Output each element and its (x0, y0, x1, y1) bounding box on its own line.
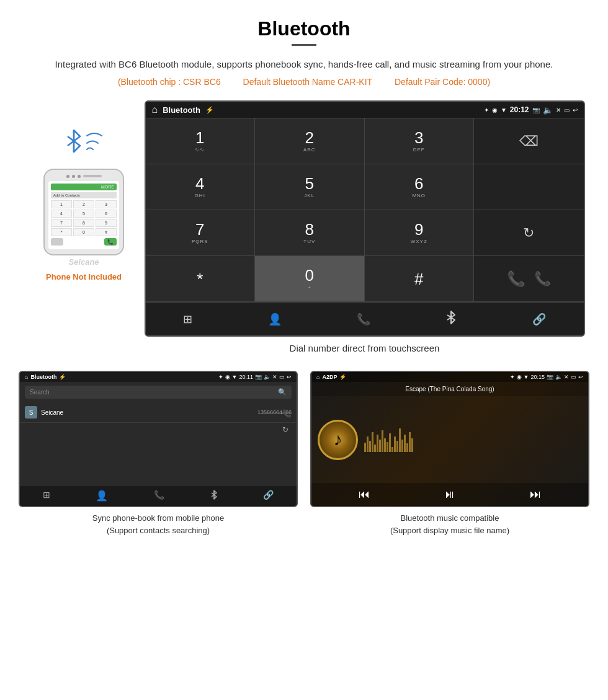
phonebook-screen: ⌂ Bluetooth ⚡ ✦ ◉ ▼ 20:11 📷 🔈 ✕ ▭ ↩ (19, 371, 298, 507)
dial-key-8[interactable]: 8 TUV (255, 210, 365, 256)
phone-key-0: 0 (73, 228, 94, 236)
phone-key-1: 1 (51, 200, 72, 208)
signal-icon: ▼ (501, 107, 507, 113)
pb-sig-icon: ▼ (232, 374, 238, 380)
pb-link-icon[interactable]: 🔗 (263, 490, 274, 502)
ms-viz-bars (364, 427, 582, 452)
dial-key-star[interactable]: * (146, 256, 256, 302)
wifi-wave-1 (86, 131, 103, 137)
pb-side-icons: 📞 ↻ (282, 409, 292, 434)
screen-title: Bluetooth (163, 105, 200, 115)
location-icon: ◉ (492, 107, 498, 113)
phonebook-inner: ⌂ Bluetooth ⚡ ✦ ◉ ▼ 20:11 📷 🔈 ✕ ▭ ↩ (20, 372, 297, 506)
prev-track-icon[interactable]: ⏮ (359, 488, 370, 501)
pb-home-icon: ⌂ (25, 374, 28, 380)
pb-title-status: Bluetooth (30, 374, 56, 380)
refresh-icon: ↻ (523, 225, 534, 241)
viz-bar-16 (401, 440, 403, 452)
phone-speaker (83, 175, 102, 177)
dialpad-icon[interactable]: ⊞ (183, 312, 192, 326)
pb-bt-icon: ✦ (218, 374, 223, 380)
pb-bottom-bar: ⊞ 👤 📞 🔗 (20, 486, 297, 506)
phonebook-search[interactable]: Search 🔍 (25, 386, 292, 399)
camera-icon: 📷 (532, 107, 540, 113)
phone-key-star: * (51, 228, 72, 236)
bt-svg-icon (445, 310, 457, 325)
viz-bar-12 (391, 447, 393, 452)
phone-top-bar (48, 175, 119, 178)
bluetooth-icon-bottom[interactable] (445, 310, 457, 328)
dial-key-9[interactable]: 9 WXYZ (365, 210, 475, 256)
phone-key-7: 7 (51, 219, 72, 227)
pb-x-icon: ✕ (272, 374, 277, 380)
android-screen-main: ⌂ Bluetooth ⚡ ✦ ◉ ▼ 20:12 📷 🔈 ✕ ▭ ↩ (145, 100, 585, 337)
phone-not-included: Phone Not Included (46, 272, 122, 281)
pb-caption-1: Sync phone-book from mobile phone (92, 513, 224, 523)
phone-key-2: 2 (73, 200, 94, 208)
dial-key-4[interactable]: 4 GHI (146, 164, 256, 210)
phone-icon[interactable]: 📞 (357, 312, 370, 326)
phone-end-btn (51, 238, 63, 246)
phone-key-6: 6 (96, 210, 117, 218)
viz-bar-11 (389, 433, 391, 452)
contacts-icon[interactable]: 👤 (268, 312, 282, 326)
tech-spec-pair: Default Pair Code: 0000) (395, 77, 490, 87)
pb-bt-bottom-icon[interactable] (210, 490, 218, 502)
dialpad-grid: 1 ∿∿ 2 ABC 3 DEF ⌫ 4 GHI (146, 118, 584, 302)
next-track-icon[interactable]: ⏭ (530, 488, 541, 501)
play-pause-icon[interactable]: ⏯ (444, 488, 455, 501)
ms-time: 20:15 (530, 374, 545, 380)
phone-key-3: 3 (96, 200, 117, 208)
call-green-icon[interactable]: 📞 (507, 270, 525, 288)
phone-area: MORE Add to Contacts 1 2 3 4 5 6 7 8 9 *… (24, 100, 145, 281)
phone-contact-bar: Add to Contacts (51, 192, 117, 198)
dial-key-6[interactable]: 6 MNO (365, 164, 475, 210)
contact-avatar: S (25, 406, 37, 419)
back-icon[interactable]: ↩ (573, 107, 578, 113)
viz-bar-19 (409, 432, 411, 452)
bluetooth-signal-area (56, 119, 112, 162)
pb-vol-icon: 🔈 (264, 374, 270, 380)
phonebook-caption: Sync phone-book from mobile phone (Suppo… (19, 512, 298, 536)
dial-key-0[interactable]: 0 + (255, 256, 365, 302)
dial-key-5[interactable]: 5 JKL (255, 164, 365, 210)
status-left: ⌂ Bluetooth ⚡ (152, 104, 214, 115)
ms-x-icon: ✕ (564, 374, 569, 380)
bt-status-icon: ✦ (484, 107, 489, 113)
pb-contacts-icon[interactable]: 👤 (96, 490, 108, 502)
pb-time: 20:11 (239, 374, 253, 380)
ms-caption-1: Bluetooth music compatible (401, 513, 499, 523)
status-time: 20:12 (510, 105, 529, 114)
dial-key-refresh[interactable]: ↻ (474, 210, 584, 256)
ms-cam-icon: 📷 (547, 374, 553, 380)
pb-refresh-side-icon: ↻ (282, 425, 292, 434)
call-red-icon[interactable]: 📞 (534, 271, 551, 287)
dial-key-7[interactable]: 7 PQRS (146, 210, 256, 256)
home-icon[interactable]: ⌂ (152, 104, 158, 115)
main-screen-caption: Dial number direct from touchscreen (145, 343, 585, 353)
link-icon[interactable]: 🔗 (532, 312, 546, 326)
close-icon[interactable]: ✕ (556, 107, 561, 113)
phone-dialpad: 1 2 3 4 5 6 7 8 9 * 0 # (51, 200, 117, 236)
ms-status-left: ⌂ A2DP ⚡ (316, 374, 346, 380)
main-status-bar: ⌂ Bluetooth ⚡ ✦ ◉ ▼ 20:12 📷 🔈 ✕ ▭ ↩ (146, 102, 584, 118)
dial-key-3[interactable]: 3 DEF (365, 118, 475, 164)
phone-dot-3 (78, 175, 81, 178)
pb-phone-icon[interactable]: 📞 (154, 490, 164, 502)
ms-title-status: A2DP (322, 374, 337, 380)
viz-bar-2 (367, 436, 369, 452)
phone-key-9: 9 (96, 219, 117, 227)
pb-dialpad-icon[interactable]: ⊞ (43, 490, 50, 502)
viz-bar-9 (384, 438, 386, 452)
dial-key-1[interactable]: 1 ∿∿ (146, 118, 256, 164)
viz-bar-8 (382, 430, 383, 452)
viz-bar-20 (411, 438, 413, 452)
dial-key-backspace[interactable]: ⌫ (474, 118, 584, 164)
dial-key-hash[interactable]: # (365, 256, 475, 302)
phone-screen: MORE Add to Contacts 1 2 3 4 5 6 7 8 9 *… (48, 181, 119, 249)
contact-name: Seicane (41, 409, 254, 416)
window-icon: ▭ (564, 107, 570, 113)
viz-bar-18 (406, 443, 408, 452)
page-description: Integrated with BC6 Bluetooth module, su… (37, 57, 571, 72)
dial-key-2[interactable]: 2 ABC (255, 118, 365, 164)
